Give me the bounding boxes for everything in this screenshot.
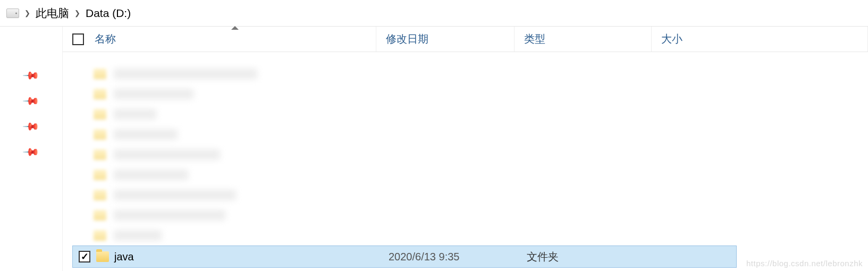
file-row-blurred[interactable] [63, 185, 868, 205]
folder-icon [96, 251, 109, 262]
file-row-selected[interactable]: java 2020/6/13 9:35 文件夹 [72, 245, 737, 268]
pin-icon[interactable]: 📌 [22, 66, 40, 85]
blurred-text [114, 170, 188, 180]
breadcrumb-item-pc[interactable]: 此电脑 [36, 6, 69, 21]
file-row-blurred[interactable] [63, 104, 868, 124]
row-type-cell: 文件夹 [517, 250, 654, 264]
file-row-blurred[interactable] [63, 64, 868, 84]
folder-icon [94, 129, 106, 140]
breadcrumb-item-drive[interactable]: Data (D:) [86, 7, 131, 20]
header-checkbox[interactable] [63, 33, 94, 45]
row-date-cell: 2020/6/13 9:35 [379, 251, 517, 263]
breadcrumb: ❯ 此电脑 ❯ Data (D:) [0, 0, 868, 27]
row-checkbox[interactable] [73, 251, 96, 262]
file-row-blurred[interactable] [63, 124, 868, 145]
folder-icon [94, 230, 106, 241]
quick-access-sidebar: 📌 📌 📌 📌 [0, 27, 63, 271]
folder-icon [94, 69, 106, 79]
row-name-text: java [114, 251, 134, 263]
file-row-blurred[interactable] [63, 84, 868, 104]
blurred-text [114, 210, 225, 221]
pin-icon[interactable]: 📌 [22, 143, 40, 162]
file-row-blurred[interactable] [63, 145, 868, 165]
blurred-text [114, 69, 257, 79]
drive-icon [6, 9, 19, 18]
sort-ascending-icon [231, 26, 239, 30]
file-list-pane: 名称 修改日期 类型 大小 java 2020/6/13 9:35 文件夹 [63, 27, 868, 271]
checkbox-checked-icon[interactable] [79, 251, 90, 262]
pin-icon[interactable]: 📌 [22, 117, 40, 136]
blurred-text [114, 149, 220, 160]
chevron-right-icon: ❯ [24, 9, 30, 17]
folder-icon [94, 109, 106, 120]
blurred-text [114, 230, 162, 241]
header-name-label: 名称 [95, 32, 116, 46]
file-rows: java 2020/6/13 9:35 文件夹 [63, 52, 868, 268]
folder-icon [94, 210, 106, 221]
header-name[interactable]: 名称 [94, 27, 376, 52]
header-date[interactable]: 修改日期 [376, 27, 515, 52]
folder-icon [94, 190, 106, 200]
header-type[interactable]: 类型 [515, 27, 652, 52]
file-row-blurred[interactable] [63, 165, 868, 185]
file-row-blurred[interactable] [63, 225, 868, 245]
pin-icon[interactable]: 📌 [22, 92, 40, 111]
file-row-blurred[interactable] [63, 205, 868, 225]
chevron-right-icon: ❯ [74, 9, 80, 17]
folder-icon [94, 170, 106, 180]
column-headers: 名称 修改日期 类型 大小 [63, 27, 868, 52]
header-size[interactable]: 大小 [652, 27, 868, 52]
blurred-text [114, 109, 156, 120]
folder-icon [94, 89, 106, 99]
checkbox-icon[interactable] [72, 33, 84, 45]
blurred-text [114, 89, 193, 99]
row-name-cell[interactable]: java [96, 251, 379, 263]
blurred-text [114, 129, 178, 140]
blurred-text [114, 190, 236, 200]
folder-icon [94, 149, 106, 160]
watermark-text: https://blog.csdn.net/lebronzhk [746, 259, 863, 268]
